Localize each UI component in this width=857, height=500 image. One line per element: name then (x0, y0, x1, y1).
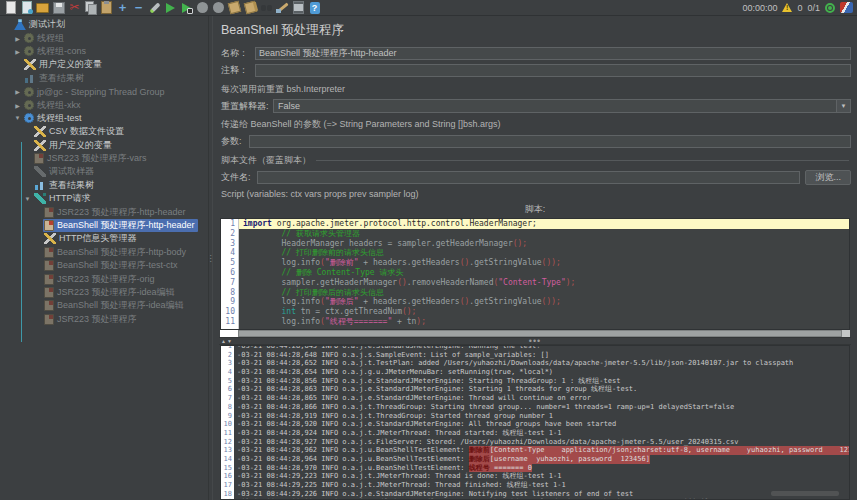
templates-icon[interactable] (20, 1, 33, 14)
collapsed-arrow-icon[interactable]: ▶ (12, 102, 23, 109)
tree-item[interactable]: 调试取样器 (0, 165, 208, 178)
collapsed-arrow-icon[interactable]: ▶ (12, 48, 23, 55)
editor-code-line[interactable]: // 打印删除后的请求头信息 (239, 288, 849, 298)
expand-all-icon[interactable] (116, 1, 129, 14)
reset-interpreter-select[interactable]: False ▼ (273, 99, 851, 113)
shutdown-icon[interactable] (212, 1, 225, 14)
collapsed-arrow-icon[interactable]: ▶ (12, 35, 23, 42)
clear-icon[interactable] (228, 1, 241, 14)
log-viewer[interactable]: 1-03-21 08:44:28,645 INFO o.a.j.e.Standa… (220, 345, 850, 500)
tree-item[interactable]: ▶线程组-xkx (0, 98, 208, 111)
tree-item[interactable]: ▼线程组-test (0, 112, 208, 125)
help-icon[interactable] (308, 1, 321, 14)
reset-search-icon[interactable] (276, 1, 289, 14)
paste-icon[interactable] (100, 1, 113, 14)
log-line[interactable]: 13-03-21 08:44:28,962 INFO o.a.j.u.BeanS… (221, 446, 849, 455)
save-icon[interactable] (52, 1, 65, 14)
tree-item[interactable]: 用户定义的变量 (0, 139, 208, 152)
script-label: 脚本: (219, 203, 851, 216)
start-icon[interactable] (164, 1, 177, 14)
tree-item[interactable]: ▶jp@gc - Stepping Thread Group (0, 85, 208, 98)
tree-item[interactable]: ▼HTTP请求 (0, 192, 208, 205)
editor-code-line[interactable]: // 打印删除前的请求头信息 (239, 248, 849, 258)
editor-code-line[interactable]: // 获取请求头管理器 (239, 229, 849, 239)
log-line[interactable]: 3-03-21 08:44:28,652 INFO o.a.j.t.TestPl… (221, 359, 849, 368)
splitter-collapse-icons[interactable]: ▲▼ (221, 339, 232, 343)
editor-code-line[interactable]: log.info("删除后" + headers.getHeaders().ge… (239, 297, 849, 307)
tree-item[interactable]: 查看结果树 (0, 179, 208, 192)
tree-item[interactable]: BeanShell 预处理程序-test-ctx (0, 259, 208, 272)
script-editor[interactable]: 1234567891011 import org.apache.jmeter.p… (220, 218, 850, 330)
log-line-number: 10 (221, 420, 234, 429)
tree-item[interactable]: HTTP信息头管理器 (0, 232, 208, 245)
log-line[interactable]: 5-03-21 08:44:28,856 INFO o.a.j.e.Standa… (221, 377, 849, 386)
log-line[interactable]: 7-03-21 08:44:28,865 INFO o.a.j.e.Standa… (221, 394, 849, 403)
editor-code-line[interactable]: log.info("线程号=======" + tn); (239, 317, 849, 327)
log-line-number: 5 (221, 377, 234, 386)
log-line[interactable]: 18-03-21 08:44:29,226 INFO o.a.j.e.Stand… (221, 490, 849, 499)
tree-item[interactable]: JSR223 预处理程序-orig (0, 272, 208, 285)
parameters-input[interactable] (249, 135, 851, 148)
expanded-arrow-icon[interactable]: ▼ (22, 196, 33, 202)
tree-item[interactable]: JSR223 预处理程序 (0, 313, 208, 326)
tree-item[interactable]: JSR223 预处理程序-http-header (0, 205, 208, 218)
editor-code-line[interactable]: HeaderManager headers = sampler.getHeade… (239, 239, 849, 249)
log-line[interactable]: 12-03-21 08:44:28,927 INFO o.a.j.s.FileS… (221, 438, 849, 447)
log-line[interactable]: 17-03-21 08:44:29,225 INFO o.a.j.t.JMete… (221, 481, 849, 490)
tree-item[interactable]: BeanShell 预处理程序-http-header (0, 219, 208, 232)
toolbar-status: 00:00:00 0 0/1 (742, 2, 853, 13)
tree-item[interactable]: JSR223 预处理程序-vars (0, 152, 208, 165)
comment-input[interactable] (255, 64, 851, 77)
tree-item[interactable]: ▶线程组-cons (0, 45, 208, 58)
function-helper-icon[interactable] (292, 1, 305, 14)
copy-icon[interactable] (84, 1, 97, 14)
collapse-all-icon[interactable] (132, 1, 145, 14)
filename-input[interactable] (257, 171, 800, 184)
editor-code-area[interactable]: import org.apache.jmeter.protocol.http.c… (239, 219, 849, 329)
tree-item[interactable]: CSV 数据文件设置 (0, 125, 208, 138)
browse-button[interactable]: 浏览... (805, 170, 851, 185)
log-line[interactable]: 2-03-21 08:44:28,648 INFO o.a.j.s.Sample… (221, 351, 849, 360)
log-line[interactable]: 11-03-21 08:44:28,924 INFO o.a.j.t.JMete… (221, 429, 849, 438)
tree-item-label: JSR223 预处理程序-vars (47, 152, 147, 165)
collapsed-arrow-icon[interactable]: ▶ (12, 88, 23, 95)
search-icon[interactable] (260, 1, 273, 14)
log-line[interactable]: 14-03-21 08:44:28,964 INFO o.a.j.u.BeanS… (221, 455, 849, 464)
new-icon[interactable] (4, 1, 17, 14)
open-icon[interactable] (36, 1, 49, 14)
tree-item[interactable]: ▶线程组 (0, 31, 208, 44)
tree-item[interactable]: 查看结果树 (0, 72, 208, 85)
cut-icon[interactable] (68, 1, 81, 14)
editor-code-line[interactable]: import org.apache.jmeter.protocol.http.c… (239, 219, 849, 229)
tree-item[interactable]: BeanShell 预处理程序-http-body (0, 246, 208, 259)
log-line[interactable]: 6-03-21 08:44:28,863 INFO o.a.j.e.Standa… (221, 385, 849, 394)
start-no-pauses-icon[interactable] (180, 1, 193, 14)
log-warning-icon[interactable] (782, 3, 792, 12)
editor-code-line[interactable]: // 删除 Content-Type 请求头 (239, 268, 849, 278)
name-input[interactable] (255, 47, 851, 60)
toggle-icon[interactable] (148, 1, 161, 14)
stop-icon[interactable] (196, 1, 209, 14)
log-line-number: 7 (221, 394, 234, 403)
comment-label: 注释： (221, 64, 255, 77)
tree-item[interactable]: JSR223 预处理程序-idea编辑 (0, 286, 208, 299)
tree-item[interactable]: BeanShell 预处理程序-idea编辑 (0, 299, 208, 312)
preprocessor-panel: BeanShell 预处理程序 名称： 注释： 每次调用前重置 bsh.Inte… (213, 16, 857, 500)
log-line[interactable]: 16-03-21 08:44:29,223 INFO o.a.j.t.JMete… (221, 472, 849, 481)
tree-item[interactable]: 用户定义的变量 (0, 58, 208, 71)
remote-start-icon[interactable] (825, 3, 835, 13)
tree-item-label: 线程组-xkx (37, 99, 81, 112)
script-icon (44, 300, 54, 311)
editor-code-line[interactable]: int tn = ctx.getThreadNum(); (239, 307, 849, 317)
log-line[interactable]: 10-03-21 08:44:28,920 INFO o.a.j.e.Stand… (221, 420, 849, 429)
clear-all-icon[interactable] (244, 1, 257, 14)
expanded-arrow-icon[interactable]: ▼ (12, 115, 23, 121)
log-line[interactable]: 8-03-21 08:44:28,866 INFO o.a.j.t.Thread… (221, 403, 849, 412)
tree-item[interactable]: 测试计划 (0, 18, 208, 31)
log-line[interactable]: 15-03-21 08:44:28,970 INFO o.a.j.u.BeanS… (221, 464, 849, 473)
editor-code-line[interactable]: sampler.getHeaderManager().removeHeaderN… (239, 278, 849, 288)
log-line[interactable]: 4-03-21 08:44:28,654 INFO o.a.j.g.u.JMet… (221, 368, 849, 377)
editor-code-line[interactable]: log.info("删除前" + headers.getHeaders().ge… (239, 258, 849, 268)
horizontal-splitter[interactable]: ▲▼ ••• (219, 337, 851, 345)
log-line[interactable]: 9-03-21 08:44:28,919 INFO o.a.j.t.Thread… (221, 412, 849, 421)
